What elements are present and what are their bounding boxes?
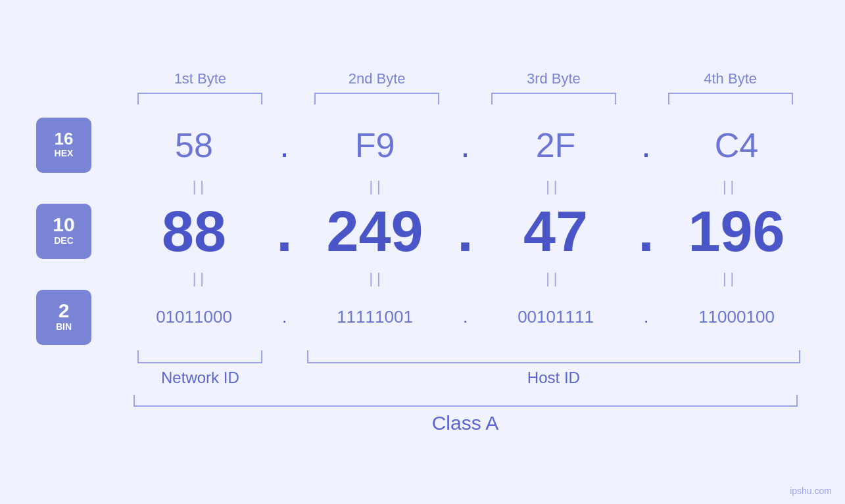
bracket-byte4 xyxy=(642,93,819,104)
dec-badge: 10 DEC xyxy=(36,204,91,259)
bin-base-num: 2 xyxy=(59,301,70,321)
hex-dot1: . xyxy=(266,126,302,165)
host-bracket xyxy=(307,350,800,363)
eq1: || xyxy=(112,178,289,195)
network-id-wrap: Network ID xyxy=(112,350,289,387)
byte1-header: 1st Byte xyxy=(112,70,289,87)
byte2-header: 2nd Byte xyxy=(289,70,466,87)
class-row: Class A xyxy=(48,395,798,434)
equals-row-1: || || || || xyxy=(26,178,819,195)
eq8: || xyxy=(642,270,819,287)
eq6: || xyxy=(289,270,466,287)
bin-val3: 00101111 xyxy=(483,307,628,327)
bracket-byte2 xyxy=(289,93,466,104)
bin-val2: 11111001 xyxy=(302,307,447,327)
hex-val1: 58 xyxy=(122,126,266,165)
dec-base-num: 10 xyxy=(53,215,74,235)
dec-val2: 249 xyxy=(302,198,447,265)
dec-dot1: . xyxy=(266,198,302,265)
dec-row: 10 DEC 88 . 249 . 47 . 196 xyxy=(26,198,819,265)
eq2: || xyxy=(289,178,466,195)
class-label: Class A xyxy=(432,412,499,434)
bin-badge: 2 BIN xyxy=(36,290,91,345)
dec-dot2: . xyxy=(447,198,483,265)
bracket-byte1 xyxy=(112,93,289,104)
eq5: || xyxy=(112,270,289,287)
bin-val4: 11000100 xyxy=(664,307,809,327)
class-bracket xyxy=(133,395,798,407)
host-id-wrap: Host ID xyxy=(289,350,819,387)
byte4-header: 4th Byte xyxy=(642,70,819,87)
host-id-label: Host ID xyxy=(527,369,580,387)
hex-dot2: . xyxy=(447,126,483,165)
network-id-label: Network ID xyxy=(161,369,239,387)
byte3-header: 3rd Byte xyxy=(466,70,642,87)
eq3: || xyxy=(466,178,642,195)
bin-val1: 01011000 xyxy=(122,307,266,327)
bin-dot1: . xyxy=(266,307,302,327)
bin-dot3: . xyxy=(628,307,664,327)
label-brackets: Network ID Host ID xyxy=(26,350,819,387)
dec-base-label: DEC xyxy=(54,235,74,246)
hex-val3: 2F xyxy=(483,126,628,165)
eq4: || xyxy=(642,178,819,195)
bin-row: 2 BIN 01011000 . 11111001 . 00101111 . 1… xyxy=(26,290,819,345)
bin-base-label: BIN xyxy=(56,321,72,332)
dec-dot3: . xyxy=(628,198,664,265)
hex-base-label: HEX xyxy=(55,147,74,159)
hex-row: 16 HEX 58 . F9 . 2F . C4 xyxy=(26,118,819,173)
dec-val1: 88 xyxy=(122,198,266,265)
hex-val4: C4 xyxy=(664,126,809,165)
equals-row-2: || || || || xyxy=(26,270,819,287)
watermark: ipshu.com xyxy=(790,486,832,496)
hex-badge: 16 HEX xyxy=(36,118,91,173)
bracket-byte3 xyxy=(466,93,642,104)
network-bracket xyxy=(137,350,262,363)
hex-dot3: . xyxy=(628,126,664,165)
bin-dot2: . xyxy=(447,307,483,327)
hex-base-num: 16 xyxy=(55,130,74,147)
dec-val4: 196 xyxy=(664,198,809,265)
hex-val2: F9 xyxy=(302,126,447,165)
eq7: || xyxy=(466,270,642,287)
dec-val3: 47 xyxy=(483,198,628,265)
